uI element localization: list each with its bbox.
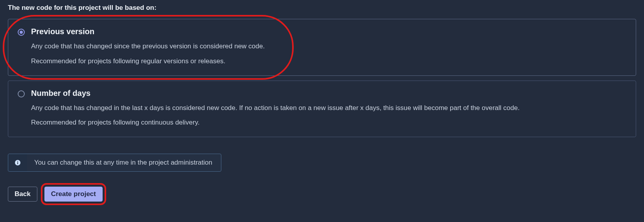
- option-title: Previous version: [31, 27, 626, 36]
- back-button[interactable]: Back: [8, 187, 37, 202]
- info-text: You can change this at any time in the p…: [27, 154, 221, 171]
- option-previous-version[interactable]: Previous version Any code that has chang…: [8, 19, 636, 76]
- footer-actions: Back Create project: [8, 187, 636, 202]
- option-description-line: Any code that has changed since the prev…: [31, 42, 626, 51]
- radio-number-of-days[interactable]: [18, 90, 25, 97]
- option-title: Number of days: [31, 89, 626, 98]
- radio-dot-icon: [20, 31, 23, 34]
- svg-rect-2: [17, 161, 18, 162]
- info-banner: You can change this at any time in the p…: [8, 154, 221, 172]
- option-number-of-days[interactable]: Number of days Any code that has changed…: [8, 81, 636, 138]
- info-icon: [8, 154, 27, 171]
- option-description-line: Recommended for projects following regul…: [31, 57, 626, 66]
- option-description-line: Any code that has changed in the last x …: [31, 103, 626, 113]
- create-project-button[interactable]: Create project: [44, 187, 103, 202]
- radio-previous-version[interactable]: [18, 29, 25, 36]
- svg-rect-1: [17, 162, 18, 164]
- section-title: The new code for this project will be ba…: [8, 4, 636, 12]
- info-glyph-icon: [15, 160, 20, 165]
- option-description-line: Recommended for projects following conti…: [31, 118, 626, 127]
